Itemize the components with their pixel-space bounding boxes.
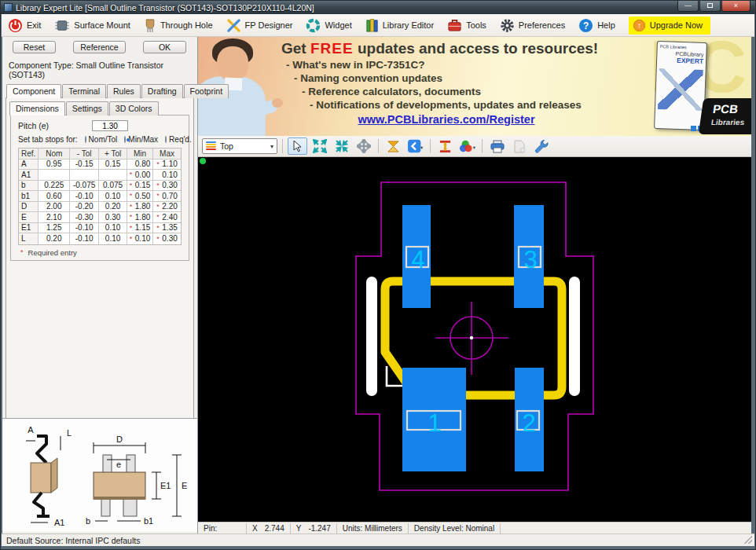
cell-b-ptol[interactable]: 0.075: [99, 181, 127, 192]
pitch-input[interactable]: [92, 120, 128, 131]
cell-A-min[interactable]: 0.80: [127, 160, 153, 170]
cell-D-mtol[interactable]: -0.20: [70, 202, 99, 213]
cell-E1-max[interactable]: *1.35: [153, 223, 181, 234]
cell-A1-ptol[interactable]: [99, 170, 127, 181]
application-window: Library Expert Lite [Small Outline Trans…: [0, 0, 756, 550]
widget-wheel-icon: [306, 18, 321, 33]
cell-E-mtol[interactable]: -0.30: [70, 212, 99, 223]
title-bar[interactable]: Library Expert Lite [Small Outline Trans…: [1, 1, 755, 14]
tab-terminal[interactable]: Terminal: [62, 84, 106, 98]
minimize-button[interactable]: —: [677, 1, 699, 12]
cell-A-max[interactable]: *1.10: [153, 160, 181, 170]
cell-E-nom[interactable]: 2.10: [39, 212, 70, 223]
resize-grip[interactable]: [744, 536, 752, 544]
cell-D-ptol[interactable]: 0.20: [99, 202, 127, 213]
tab-drafting[interactable]: Drafting: [141, 84, 183, 98]
zoom-extents-button[interactable]: [310, 138, 329, 155]
cell-E1-ptol[interactable]: 0.10: [99, 223, 127, 234]
toolbar-exit[interactable]: Exit: [8, 18, 41, 33]
radio-reqd[interactable]: [165, 136, 167, 143]
cell-b-nom[interactable]: 0.225: [39, 181, 70, 192]
dimension-icon: [439, 140, 452, 153]
cell-E1-min[interactable]: *1.15: [127, 223, 153, 234]
cell-E-min[interactable]: *1.80: [127, 212, 153, 223]
cell-E1-mtol[interactable]: -0.10: [70, 223, 99, 234]
select-tool-button[interactable]: [288, 138, 307, 155]
colors-button[interactable]: ▾: [457, 138, 477, 155]
cell-A-ptol[interactable]: 0.15: [99, 160, 127, 170]
cell-L-min[interactable]: *0.10: [127, 233, 153, 244]
subtab-3d-colors[interactable]: 3D Colors: [109, 101, 159, 116]
drawing-toolbar: Top ▾ ▾: [198, 136, 751, 157]
zoom-window-button[interactable]: [332, 138, 351, 155]
cell-A1-nom[interactable]: [39, 170, 70, 181]
radio-min-max-label[interactable]: Min/Max: [128, 135, 158, 144]
tab-rules[interactable]: Rules: [107, 84, 141, 98]
radio-nom-tol[interactable]: [85, 136, 86, 143]
toolbar-fp-designer[interactable]: FP Designer: [226, 18, 293, 33]
cell-D-min[interactable]: *1.80: [127, 202, 153, 213]
cell-b1-max[interactable]: *0.70: [153, 191, 181, 202]
cell-A1-min[interactable]: *0.00: [127, 170, 153, 181]
cell-b1-mtol[interactable]: -0.10: [70, 191, 99, 202]
cell-b1-ptol[interactable]: 0.10: [99, 191, 127, 202]
cell-L-mtol[interactable]: -0.10: [70, 233, 99, 244]
tab-footprint[interactable]: Footprint: [184, 84, 229, 98]
tab-component[interactable]: Component: [6, 84, 61, 98]
toolbar-upgrade-now[interactable]: ↑ Upgrade Now: [629, 16, 710, 35]
cell-b1-nom[interactable]: 0.60: [39, 191, 70, 202]
footprint-canvas[interactable]: 4 3 1 2: [198, 157, 751, 522]
subtab-dimensions[interactable]: Dimensions: [9, 101, 65, 116]
cell-b-mtol[interactable]: -0.075: [70, 181, 99, 192]
layer-dropdown[interactable]: Top ▾: [202, 138, 277, 154]
toolbar-help[interactable]: ? Help: [578, 18, 615, 33]
reference-button[interactable]: Reference: [73, 41, 125, 53]
toolbar-through-hole[interactable]: Through Hole: [144, 18, 213, 33]
subtab-settings[interactable]: Settings: [66, 101, 108, 116]
dimension-tool-button[interactable]: [435, 138, 455, 155]
radio-nom-tol-label[interactable]: Nom/Tol: [89, 135, 118, 144]
cell-E-ptol[interactable]: 0.30: [99, 212, 127, 223]
toolbar-library-editor[interactable]: Library Editor: [365, 18, 434, 33]
cell-b1-min[interactable]: *0.50: [127, 191, 153, 202]
cell-L-ptol[interactable]: 0.10: [99, 233, 127, 244]
toolbar-surface-mount[interactable]: Surface Mount: [54, 18, 130, 33]
silkscreen-bar-right: [569, 277, 580, 396]
cell-b-max[interactable]: *0.30: [153, 181, 181, 192]
dim-row-b: b 0.225 -0.075 0.075 *0.15 *0.30: [19, 181, 181, 192]
cell-L-nom[interactable]: 0.20: [39, 233, 70, 244]
dim-row-A1: A1 *0.00 0.10: [19, 170, 181, 181]
register-link[interactable]: www.PCBLibraries.com/Register: [281, 113, 611, 126]
flip-view-button[interactable]: [384, 138, 403, 155]
promo-banner[interactable]: PC Get FREE updates and access to resour…: [198, 37, 751, 136]
component-panel: Reset Reference OK Component Type: Small…: [2, 37, 198, 534]
ok-button[interactable]: OK: [143, 41, 186, 53]
new-document-button[interactable]: [509, 138, 529, 155]
cell-L-max[interactable]: *0.30: [153, 233, 181, 244]
close-button[interactable]: ×: [721, 1, 750, 12]
status-x: X2.744: [247, 523, 291, 534]
radio-min-max[interactable]: [124, 136, 126, 143]
cell-D-max[interactable]: *2.20: [153, 202, 181, 213]
toolbar-widget[interactable]: Widget: [306, 18, 351, 33]
cell-D-nom[interactable]: 2.00: [39, 202, 70, 213]
product-box-image: PCB Libraries PCBLibraryEXPERT: [654, 41, 707, 130]
cell-A1-max[interactable]: 0.10: [153, 170, 181, 181]
cell-A1-mtol[interactable]: [70, 170, 99, 181]
reset-button[interactable]: Reset: [13, 41, 56, 53]
cell-A-mtol[interactable]: -0.15: [70, 160, 99, 170]
banner-bullet-1: - What's new in IPC-7351C?: [286, 59, 659, 71]
dim-row-E: E 2.10 -0.30 0.30 *1.80 *2.40: [19, 212, 181, 223]
print-button[interactable]: [487, 138, 507, 155]
toolbar-preferences[interactable]: Preferences: [500, 18, 565, 33]
maximize-button[interactable]: [699, 1, 721, 12]
settings-wrench-button[interactable]: [531, 138, 551, 155]
back-view-button[interactable]: ▾: [406, 138, 425, 155]
cell-E-max[interactable]: *2.40: [153, 212, 181, 223]
cell-A-nom[interactable]: 0.95: [39, 160, 70, 170]
cell-b-min[interactable]: *0.15: [127, 181, 153, 192]
cell-E1-nom[interactable]: 1.25: [39, 223, 70, 234]
toolbar-tools[interactable]: Tools: [447, 18, 486, 32]
radio-reqd-label[interactable]: Req'd.: [169, 135, 192, 144]
pan-button[interactable]: [354, 138, 373, 155]
